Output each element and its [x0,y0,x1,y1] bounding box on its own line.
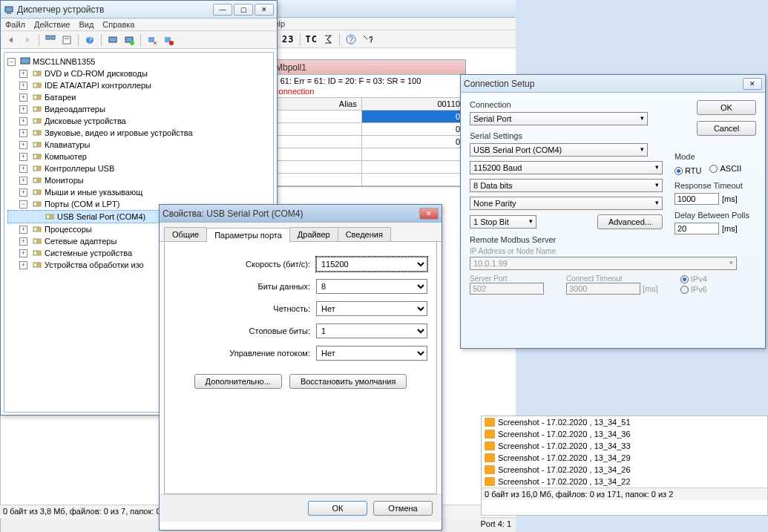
tab-details[interactable]: Сведения [338,227,391,241]
baud-combo[interactable]: 115200 Baud [470,161,663,174]
cell-alias[interactable] [275,123,362,136]
tree-item[interactable]: +Мыши и иные указывающ [7,186,270,198]
properties-icon[interactable] [59,33,74,47]
expand-icon[interactable]: + [19,117,27,125]
cell-alias[interactable] [275,148,362,161]
expand-icon[interactable]: + [19,261,27,269]
help-icon[interactable]: ? [82,33,97,47]
col-value[interactable]: 00110 [361,98,465,111]
maximize-button[interactable]: ▢ [234,4,253,16]
connection-combo[interactable]: Serial Port [470,112,648,125]
response-timeout-input[interactable] [675,193,719,205]
expand-icon[interactable]: + [19,226,27,234]
tree-item[interactable]: +Видеоадаптеры [7,103,270,115]
col-alias[interactable]: Alias [275,98,362,111]
forward-icon[interactable] [20,33,35,47]
file-row[interactable]: Screenshot - 17.02.2020 , 13_34_36 [482,428,767,440]
expand-icon[interactable]: + [19,188,27,197]
cell-alias[interactable] [275,111,362,123]
back-icon[interactable] [4,33,19,47]
menu-help[interactable]: Справка [102,20,134,29]
menu-action[interactable]: Действие [34,20,70,29]
cell-alias[interactable] [275,136,362,148]
cell-alias[interactable] [275,161,362,174]
databits-combo[interactable]: 8 Data bits [470,179,663,192]
tree-item[interactable]: +Компьютер [7,151,270,162]
expand-icon[interactable]: + [19,70,27,78]
advanced-button[interactable]: Дополнительно... [194,374,282,389]
tree-item[interactable]: +Клавиатуры [7,139,270,151]
tab-driver[interactable]: Драйвер [289,227,338,241]
expand-icon[interactable]: + [19,177,27,185]
propdlg-titlebar[interactable]: Свойства: USB Serial Port (COM4) ✕ [160,205,442,223]
serial-port-combo[interactable]: USB Serial Port (COM4) [470,143,648,157]
stopbits-combo[interactable]: 1 Stop Bit [470,215,536,229]
restore-defaults-button[interactable]: Восстановить умолчания [289,374,407,389]
parity-combo[interactable]: None Parity [470,197,663,210]
databits-select[interactable]: 8 [316,279,427,294]
update-icon[interactable] [122,33,137,47]
cancel-button[interactable]: Отмена [373,501,433,516]
close-button[interactable]: ✕ [743,78,762,90]
flowcontrol-select[interactable]: Нет [316,346,427,361]
cell-value[interactable] [361,174,465,186]
cell-value[interactable]: 0 [361,136,465,148]
uninstall-icon[interactable] [145,33,160,47]
disable-icon[interactable] [161,33,176,47]
close-button[interactable]: ✕ [419,208,439,220]
expand-icon[interactable]: + [19,82,27,90]
expand-icon[interactable]: + [19,249,27,257]
ok-button[interactable]: ОК [308,501,367,516]
about-icon[interactable]: ? [344,32,358,47]
expand-icon[interactable]: + [19,153,27,161]
cell-value[interactable]: 0 [361,123,465,136]
tree-item[interactable]: +Батареи [7,91,270,103]
speed-select[interactable]: 115200 [316,257,427,272]
toolbar-tc[interactable]: TC [304,34,319,45]
cancel-button[interactable]: Cancel [697,121,756,136]
cell-value[interactable] [361,161,465,174]
ok-button[interactable]: OK [697,100,756,115]
tree-item[interactable]: +Мониторы [7,174,270,186]
tree-item[interactable]: +Контроллеры USB [7,162,270,174]
expand-icon[interactable]: + [19,105,27,114]
cell-value[interactable] [361,148,465,161]
rtu-radio[interactable]: RTU [675,166,701,175]
sigma-icon[interactable] [321,32,335,47]
delay-input[interactable] [675,223,719,234]
tree-view-icon[interactable] [43,33,58,47]
file-row[interactable]: Screenshot - 17.02.2020 , 13_34_33 [482,440,767,452]
parity-select[interactable]: Нет [316,301,427,316]
collapse-icon[interactable]: − [7,58,16,66]
conndlg-titlebar[interactable]: Connection Setup ✕ [461,75,765,93]
tab-port-settings[interactable]: Параметры порта [206,228,290,242]
tab-general[interactable]: Общие [164,227,207,241]
menu-view[interactable]: Вид [79,20,93,29]
collapse-icon[interactable]: − [19,200,27,208]
stopbits-select[interactable]: 1 [316,324,427,338]
file-row[interactable]: Screenshot - 17.02.2020 , 13_34_26 [482,464,767,476]
ascii-radio[interactable]: ASCII [709,164,741,173]
tree-item[interactable]: +DVD и CD-ROM дисководы [7,68,270,79]
cell-alias[interactable] [275,174,362,186]
advanced-button[interactable]: Advanced... [597,214,663,229]
expand-icon[interactable]: + [19,165,27,173]
minimize-button[interactable]: — [213,4,232,16]
mbpoll-data-table[interactable]: Alias00110 00 10 20 3 4 5 [259,97,465,186]
tree-root[interactable]: −MSC1LNNB1355 [7,56,270,68]
mbpoll-child-titlebar[interactable]: Mbpoll1 [259,60,465,75]
tree-item[interactable]: +Дисковые устройства [7,115,270,127]
expand-icon[interactable]: + [19,129,27,137]
expand-icon[interactable]: + [19,237,27,246]
tree-item[interactable]: +IDE ATA/ATAPI контроллеры [7,79,270,91]
devmgr-titlebar[interactable]: Диспетчер устройств — ▢ ✕ [1,1,277,19]
help-icon[interactable]: ? [360,32,375,47]
tree-item[interactable]: +Звуковые, видео и игровые устройства [7,127,270,139]
menu-file[interactable]: Файл [5,20,25,29]
file-row[interactable]: Screenshot - 17.02.2020 , 13_34_22 [482,476,767,487]
expand-icon[interactable]: + [19,141,27,149]
file-row[interactable]: Screenshot - 17.02.2020 , 13_34_51 [482,416,767,428]
file-list[interactable]: Screenshot - 17.02.2020 , 13_34_51Screen… [482,416,767,487]
cell-value[interactable]: 0 [361,111,465,123]
scan-icon[interactable] [105,33,120,47]
